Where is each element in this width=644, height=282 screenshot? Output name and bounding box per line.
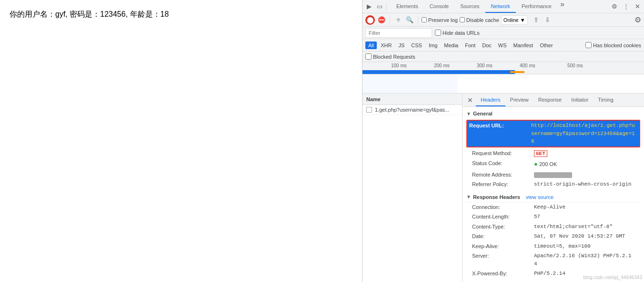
request-url-row: Request URL http://localhost/ajax/1.get.…: [466, 120, 640, 147]
type-media-button[interactable]: Media: [441, 42, 461, 49]
type-all-button[interactable]: All: [365, 42, 377, 49]
has-blocked-cookies-checkbox[interactable]: [585, 42, 592, 48]
blocked-requests-row: Blocked Requests: [362, 52, 644, 62]
has-blocked-cookies-text: Has blocked cookies: [593, 42, 641, 48]
status-code-text: 200 OK: [539, 161, 557, 167]
throttle-dropdown-icon: ▼: [520, 17, 525, 23]
tab-preview[interactable]: Preview: [505, 94, 533, 106]
request-list-header: Name: [362, 94, 462, 105]
preserve-log-checkbox[interactable]: [422, 17, 427, 22]
resp-content-length-row: Content-Length 57: [466, 212, 640, 222]
type-doc-button[interactable]: Doc: [479, 42, 494, 49]
devtools-tab-bar: ▶ ▭ Elements Console Sources Network Per…: [362, 0, 644, 13]
device-icon[interactable]: ▭: [375, 2, 384, 11]
import-icon[interactable]: ⇧: [532, 15, 541, 25]
net-separator-2: [418, 16, 418, 24]
disable-cache-checkbox[interactable]: [460, 17, 465, 22]
watermark: blog.csdn.net/qq_44646343: [584, 275, 642, 280]
network-toolbar: ⬤ ⛔ ▿ 🔍 Preserve log Disable cache Onlin…: [362, 13, 644, 27]
tab-sources[interactable]: Sources: [454, 0, 485, 13]
marker-100ms: 100 ms: [391, 62, 407, 68]
resp-content-length-val: 57: [534, 213, 540, 221]
remote-address-key: Remote Address: [472, 171, 534, 179]
page-text: 你的用户名：gyf, 密码是：123456, 年龄是：18: [10, 10, 352, 20]
type-other-button[interactable]: Other: [537, 42, 556, 49]
blocked-requests-text: Blocked Requests: [373, 54, 415, 60]
inspect-icon[interactable]: ▶: [364, 2, 374, 11]
resp-keep-alive-key: Keep-Alive: [472, 242, 534, 251]
tab-headers[interactable]: Headers: [476, 94, 505, 106]
general-section-label: General: [473, 111, 493, 116]
marker-200ms: 200 ms: [434, 62, 450, 68]
close-icon[interactable]: ✕: [633, 2, 642, 11]
resp-content-type-val: text/html;charset="utf-8": [534, 223, 613, 231]
remote-address-val: [534, 171, 572, 179]
export-icon[interactable]: ⇩: [543, 15, 553, 25]
general-triangle-icon: ▼: [466, 111, 471, 116]
has-blocked-cookies-label[interactable]: Has blocked cookies: [585, 42, 641, 48]
type-font-button[interactable]: Font: [462, 42, 478, 49]
network-settings-icon[interactable]: ⚙: [634, 15, 641, 24]
status-code-key: Status Code: [472, 159, 534, 169]
resp-connection-val: Keep-Alive: [534, 203, 565, 211]
tab-response[interactable]: Response: [533, 94, 567, 106]
filter-icon[interactable]: ▿: [393, 15, 403, 25]
clear-button[interactable]: ⛔: [377, 15, 386, 25]
resp-keep-alive-row: Keep-Alive timeout=5, max=100: [466, 241, 640, 251]
request-file-icon: [366, 107, 372, 113]
type-js-button[interactable]: JS: [395, 42, 407, 49]
hide-data-urls-label[interactable]: Hide data URLs: [435, 30, 480, 36]
tab-performance[interactable]: Performance: [516, 0, 557, 13]
resp-content-length-key: Content-Length: [472, 213, 534, 221]
toolbar-divider-1: [386, 3, 387, 10]
tab-initiator[interactable]: Initiator: [566, 94, 593, 106]
close-detail-button[interactable]: ✕: [464, 96, 476, 104]
resp-keep-alive-val: timeout=5, max=100: [534, 242, 591, 251]
tab-network[interactable]: Network: [485, 0, 516, 13]
type-img-button[interactable]: Img: [426, 42, 440, 49]
referrer-policy-key: Referrer Policy: [472, 180, 534, 188]
request-item[interactable]: 1.get.php?username=gyf&pas...: [362, 105, 462, 115]
hide-data-urls-text: Hide data URLs: [443, 30, 480, 36]
hide-data-urls-checkbox[interactable]: [435, 30, 441, 36]
record-button[interactable]: ⬤: [365, 15, 375, 25]
request-method-val: GET: [534, 149, 547, 158]
resp-date-key: Date: [472, 232, 534, 240]
response-headers-section[interactable]: ▼ Response Headers view source: [466, 192, 640, 202]
more-tabs-icon[interactable]: »: [557, 0, 567, 13]
tab-timing[interactable]: Timing: [593, 94, 618, 106]
throttle-select[interactable]: Online ▼: [501, 15, 528, 25]
online-label: Online: [503, 17, 519, 23]
blocked-requests-label[interactable]: Blocked Requests: [365, 53, 415, 60]
marker-300ms: 300 ms: [477, 62, 493, 68]
filter-row: Hide data URLs: [362, 27, 644, 39]
status-code-val: ● 200 OK: [534, 159, 557, 169]
timeline-bar: 100 ms 200 ms 300 ms 400 ms 500 ms: [362, 62, 644, 74]
search-icon[interactable]: 🔍: [405, 15, 414, 25]
preserve-log-label[interactable]: Preserve log: [422, 17, 458, 23]
type-ws-button[interactable]: WS: [495, 42, 510, 49]
headers-content: ▼ General Request URL http://localhost/a…: [463, 107, 644, 281]
filter-input[interactable]: [365, 28, 432, 38]
resp-connection-row: Connection Keep-Alive: [466, 202, 640, 212]
type-manifest-button[interactable]: Manifest: [511, 42, 536, 49]
referrer-policy-val: strict-origin-when-cross-origin: [534, 180, 632, 188]
tab-elements[interactable]: Elements: [391, 0, 424, 13]
more-icon[interactable]: ⋮: [621, 2, 631, 11]
resp-connection-key: Connection: [472, 203, 534, 211]
resp-date-val: Sat, 07 Nov 2020 14:53:27 GMT: [534, 232, 625, 240]
type-xhr-button[interactable]: XHR: [378, 42, 394, 49]
devtools-tabs: Elements Console Sources Network Perform…: [391, 0, 567, 13]
referrer-policy-row: Referrer Policy strict-origin-when-cross…: [466, 179, 640, 189]
marker-400ms: 400 ms: [520, 62, 535, 68]
view-source-link[interactable]: view source: [526, 194, 553, 200]
settings-icon[interactable]: ⚙: [610, 2, 619, 11]
type-css-button[interactable]: CSS: [408, 42, 425, 49]
resp-server-row: Server Apache/2.2.16 (Win32) PHP/5.2.14: [466, 251, 640, 269]
tab-console[interactable]: Console: [424, 0, 454, 13]
response-headers-triangle-icon: ▼: [466, 194, 471, 199]
blocked-requests-checkbox[interactable]: [365, 53, 372, 60]
page-content: 你的用户名：gyf, 密码是：123456, 年龄是：18: [0, 0, 362, 282]
general-section-header[interactable]: ▼ General: [466, 109, 640, 119]
disable-cache-label[interactable]: Disable cache: [460, 17, 499, 23]
